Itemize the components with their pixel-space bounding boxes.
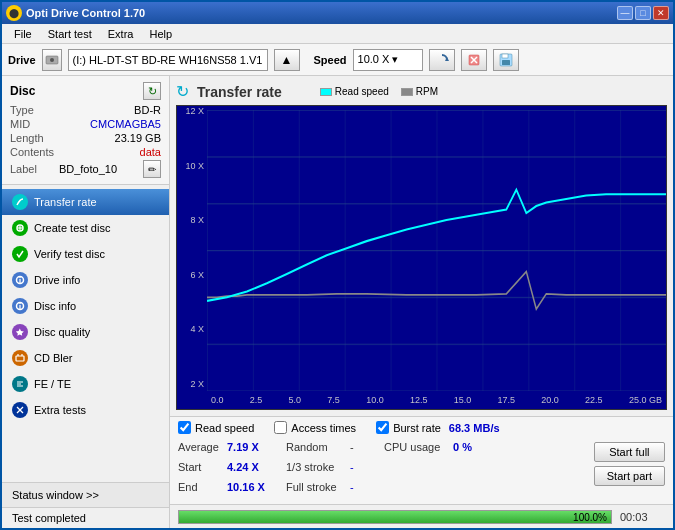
menu-help[interactable]: Help — [141, 26, 180, 42]
y-label-4: 4 X — [190, 324, 204, 334]
app-icon: ⬤ — [6, 5, 22, 21]
x-label-20: 20.0 — [541, 395, 559, 405]
nav-item-drive-info[interactable]: Drive info — [2, 267, 169, 293]
nav-label-create-test-disc: Create test disc — [34, 222, 110, 234]
title-bar: ⬤ Opti Drive Control 1.70 — □ ✕ — [2, 2, 673, 24]
main-window: ⬤ Opti Drive Control 1.70 — □ ✕ File Sta… — [0, 0, 675, 530]
stats-section: Read speed Access times Burst rate 68.3 … — [170, 416, 673, 504]
y-label-12: 12 X — [185, 106, 204, 116]
chart-svg — [207, 110, 666, 391]
full-stroke-value: - — [350, 481, 370, 493]
refresh-btn[interactable] — [429, 49, 455, 71]
access-times-checkbox-label: Access times — [291, 422, 356, 434]
read-speed-checkbox[interactable] — [178, 421, 191, 434]
label-edit-button[interactable]: ✏ — [143, 160, 161, 178]
access-times-checkbox[interactable] — [274, 421, 287, 434]
burst-rate-checkbox-item: Burst rate 68.3 MB/s — [376, 421, 499, 434]
x-label-7-5: 7.5 — [327, 395, 340, 405]
minimize-button[interactable]: — — [617, 6, 633, 20]
disc-type-value: BD-R — [134, 104, 161, 116]
disc-type-label: Type — [10, 104, 34, 116]
full-stroke-label: Full stroke — [286, 481, 346, 493]
x-label-17-5: 17.5 — [498, 395, 516, 405]
clean-btn[interactable] — [461, 49, 487, 71]
x-label-5: 5.0 — [289, 395, 302, 405]
svg-rect-8 — [502, 60, 510, 65]
nav-label-extra-tests: Extra tests — [34, 404, 86, 416]
disc-refresh-button[interactable]: ↻ — [143, 82, 161, 100]
nav-item-disc-quality[interactable]: Disc quality — [2, 319, 169, 345]
average-label: Average — [178, 441, 223, 453]
drive-icon-btn[interactable] — [42, 49, 62, 71]
progress-text: 100.0% — [573, 511, 607, 525]
nav-item-extra-tests[interactable]: Extra tests — [2, 397, 169, 423]
right-panel: ↻ Transfer rate Read speed RPM — [170, 76, 673, 528]
save-btn[interactable] — [493, 49, 519, 71]
menu-extra[interactable]: Extra — [100, 26, 142, 42]
fe-te-icon — [12, 376, 28, 392]
random-value: - — [350, 441, 370, 453]
toolbar: Drive (I:) HL-DT-ST BD-RE WH16NS58 1.V1 … — [2, 44, 673, 76]
nav-items: Transfer rate Create test disc Verify te… — [2, 185, 169, 482]
drive-eject-btn[interactable]: ▲ — [274, 49, 300, 71]
disc-contents-label: Contents — [10, 146, 54, 158]
disc-mid-label: MID — [10, 118, 30, 130]
end-value: 10.16 X — [227, 481, 282, 493]
disc-length-value: 23.19 GB — [115, 132, 161, 144]
x-label-2-5: 2.5 — [250, 395, 263, 405]
speed-select[interactable]: 10.0 X ▾ — [353, 49, 423, 71]
create-test-disc-icon — [12, 220, 28, 236]
nav-item-transfer-rate[interactable]: Transfer rate — [2, 189, 169, 215]
status-window-label: Status window >> — [12, 489, 99, 501]
nav-item-cd-bler[interactable]: CD Bler — [2, 345, 169, 371]
burst-rate-checkbox[interactable] — [376, 421, 389, 434]
average-value: 7.19 X — [227, 441, 282, 453]
end-label: End — [178, 481, 223, 493]
legend-rpm-color — [401, 88, 413, 96]
svg-marker-18 — [16, 329, 24, 336]
nav-label-disc-info: Disc info — [34, 300, 76, 312]
start-value: 4.24 X — [227, 461, 282, 473]
chart-drawing-area — [207, 110, 666, 391]
legend-rpm-label: RPM — [416, 86, 438, 97]
y-label-6: 6 X — [190, 270, 204, 280]
sidebar: Disc ↻ Type BD-R MID CMCMAGBA5 Length 23… — [2, 76, 170, 528]
start-full-button[interactable]: Start full — [594, 442, 665, 462]
chart-legend: Read speed RPM — [320, 86, 438, 97]
nav-item-disc-info[interactable]: Disc info — [2, 293, 169, 319]
window-title: Opti Drive Control 1.70 — [26, 7, 145, 19]
legend-read-speed: Read speed — [320, 86, 389, 97]
bottom-bar: 100.0% 00:03 — [170, 504, 673, 528]
maximize-button[interactable]: □ — [635, 6, 651, 20]
legend-read-speed-color — [320, 88, 332, 96]
cpu-usage-label: CPU usage — [384, 441, 449, 453]
burst-rate-value: 68.3 MB/s — [449, 422, 500, 434]
chart-header: ↻ Transfer rate Read speed RPM — [176, 82, 667, 101]
close-button[interactable]: ✕ — [653, 6, 669, 20]
verify-test-disc-icon — [12, 246, 28, 262]
legend-read-speed-label: Read speed — [335, 86, 389, 97]
nav-item-fe-te[interactable]: FE / TE — [2, 371, 169, 397]
svg-rect-7 — [502, 54, 508, 58]
main-content: Disc ↻ Type BD-R MID CMCMAGBA5 Length 23… — [2, 76, 673, 528]
legend-rpm: RPM — [401, 86, 438, 97]
cd-bler-icon — [12, 350, 28, 366]
nav-item-create-test-disc[interactable]: Create test disc — [2, 215, 169, 241]
disc-contents-value: data — [140, 146, 161, 158]
drive-label: Drive — [8, 54, 36, 66]
start-part-button[interactable]: Start part — [594, 466, 665, 486]
drive-select[interactable]: (I:) HL-DT-ST BD-RE WH16NS58 1.V1 — [68, 49, 268, 71]
disc-label-label: Label — [10, 163, 37, 175]
chart-refresh-icon: ↻ — [176, 82, 189, 101]
nav-label-verify-test-disc: Verify test disc — [34, 248, 105, 260]
chart-y-axis: 12 X 10 X 8 X 6 X 4 X 2 X — [177, 106, 207, 389]
burst-rate-checkbox-label: Burst rate — [393, 422, 441, 434]
nav-item-verify-test-disc[interactable]: Verify test disc — [2, 241, 169, 267]
stroke1-label: 1/3 stroke — [286, 461, 346, 473]
x-label-15: 15.0 — [454, 395, 472, 405]
status-window-button[interactable]: Status window >> — [2, 482, 169, 508]
x-label-22-5: 22.5 — [585, 395, 603, 405]
menu-file[interactable]: File — [6, 26, 40, 42]
menu-start-test[interactable]: Start test — [40, 26, 100, 42]
y-label-2: 2 X — [190, 379, 204, 389]
